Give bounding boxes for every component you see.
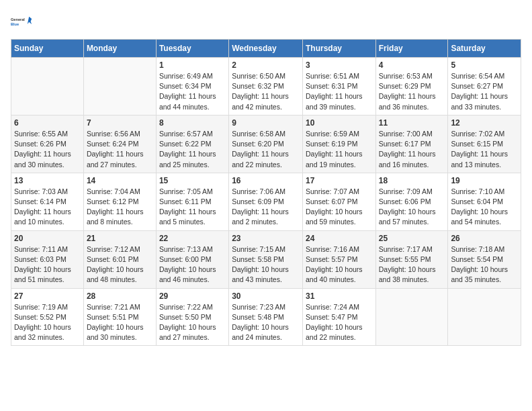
calendar-cell: 28Sunrise: 7:21 AMSunset: 5:51 PMDayligh… — [83, 288, 156, 346]
day-info: Sunrise: 7:06 AMSunset: 6:09 PMDaylight:… — [232, 187, 300, 228]
day-number: 24 — [306, 234, 373, 243]
calendar-cell: 21Sunrise: 7:12 AMSunset: 6:01 PMDayligh… — [83, 230, 156, 288]
svg-text:General: General — [11, 17, 25, 21]
day-info: Sunrise: 7:23 AMSunset: 5:48 PMDaylight:… — [232, 302, 300, 343]
calendar-cell: 2Sunrise: 6:50 AMSunset: 6:32 PMDaylight… — [229, 58, 303, 116]
calendar-cell — [375, 288, 448, 346]
calendar-cell — [11, 58, 84, 116]
calendar-cell: 12Sunrise: 7:02 AMSunset: 6:15 PMDayligh… — [448, 115, 521, 173]
day-number: 20 — [14, 234, 81, 243]
header-wednesday: Wednesday — [229, 40, 303, 58]
day-number: 31 — [306, 291, 373, 301]
calendar-cell: 8Sunrise: 6:57 AMSunset: 6:22 PMDaylight… — [156, 115, 228, 173]
calendar-header-row: SundayMondayTuesdayWednesdayThursdayFrid… — [11, 40, 521, 58]
calendar-week-row: 1Sunrise: 6:49 AMSunset: 6:34 PMDaylight… — [11, 58, 521, 116]
day-info: Sunrise: 7:00 AMSunset: 6:17 PMDaylight:… — [379, 129, 445, 170]
day-info: Sunrise: 6:50 AMSunset: 6:32 PMDaylight:… — [232, 71, 300, 112]
day-number: 4 — [379, 60, 445, 70]
day-info: Sunrise: 7:10 AMSunset: 6:04 PMDaylight:… — [451, 187, 518, 228]
day-info: Sunrise: 6:54 AMSunset: 6:27 PMDaylight:… — [451, 71, 518, 112]
day-info: Sunrise: 6:55 AMSunset: 6:26 PMDaylight:… — [14, 129, 81, 170]
day-number: 15 — [159, 176, 226, 185]
day-info: Sunrise: 7:02 AMSunset: 6:15 PMDaylight:… — [451, 129, 518, 170]
day-info: Sunrise: 7:24 AMSunset: 5:47 PMDaylight:… — [306, 302, 373, 343]
calendar-cell — [448, 288, 521, 346]
day-info: Sunrise: 6:59 AMSunset: 6:19 PMDaylight:… — [306, 129, 373, 170]
calendar-cell: 15Sunrise: 7:05 AMSunset: 6:11 PMDayligh… — [156, 173, 228, 230]
page-header: GeneralBlue — [11, 11, 521, 32]
calendar-cell: 31Sunrise: 7:24 AMSunset: 5:47 PMDayligh… — [302, 288, 375, 346]
calendar-cell: 10Sunrise: 6:59 AMSunset: 6:19 PMDayligh… — [302, 115, 375, 173]
calendar-cell: 14Sunrise: 7:04 AMSunset: 6:12 PMDayligh… — [83, 173, 156, 230]
day-number: 18 — [379, 176, 445, 185]
calendar-cell: 23Sunrise: 7:15 AMSunset: 5:58 PMDayligh… — [229, 230, 303, 288]
day-number: 8 — [159, 118, 226, 128]
calendar-week-row: 27Sunrise: 7:19 AMSunset: 5:52 PMDayligh… — [11, 288, 521, 346]
calendar-cell: 20Sunrise: 7:11 AMSunset: 6:03 PMDayligh… — [11, 230, 84, 288]
calendar-cell: 7Sunrise: 6:56 AMSunset: 6:24 PMDaylight… — [83, 115, 156, 173]
header-sunday: Sunday — [11, 40, 84, 58]
calendar-cell: 17Sunrise: 7:07 AMSunset: 6:07 PMDayligh… — [302, 173, 375, 230]
day-number: 26 — [451, 234, 518, 243]
logo: GeneralBlue — [11, 11, 32, 32]
day-number: 25 — [379, 234, 445, 243]
calendar-week-row: 13Sunrise: 7:03 AMSunset: 6:14 PMDayligh… — [11, 173, 521, 230]
svg-marker-2 — [28, 17, 32, 24]
day-number: 5 — [451, 60, 518, 70]
day-number: 28 — [87, 291, 153, 301]
calendar-cell — [83, 58, 156, 116]
day-number: 14 — [87, 176, 153, 185]
day-info: Sunrise: 6:57 AMSunset: 6:22 PMDaylight:… — [159, 129, 226, 170]
day-info: Sunrise: 7:12 AMSunset: 6:01 PMDaylight:… — [87, 244, 153, 285]
day-number: 12 — [451, 118, 518, 128]
calendar-cell: 6Sunrise: 6:55 AMSunset: 6:26 PMDaylight… — [11, 115, 84, 173]
day-number: 10 — [306, 118, 373, 128]
calendar-cell: 3Sunrise: 6:51 AMSunset: 6:31 PMDaylight… — [302, 58, 375, 116]
day-info: Sunrise: 7:22 AMSunset: 5:50 PMDaylight:… — [159, 302, 226, 343]
logo-icon: GeneralBlue — [11, 11, 32, 32]
calendar-cell: 25Sunrise: 7:17 AMSunset: 5:55 PMDayligh… — [375, 230, 448, 288]
calendar-table: SundayMondayTuesdayWednesdayThursdayFrid… — [11, 39, 521, 346]
day-number: 22 — [159, 234, 226, 243]
day-info: Sunrise: 7:15 AMSunset: 5:58 PMDaylight:… — [232, 244, 300, 285]
day-info: Sunrise: 7:19 AMSunset: 5:52 PMDaylight:… — [14, 302, 81, 343]
calendar-cell: 26Sunrise: 7:18 AMSunset: 5:54 PMDayligh… — [448, 230, 521, 288]
header-thursday: Thursday — [302, 40, 375, 58]
day-number: 17 — [306, 176, 373, 185]
calendar-cell: 30Sunrise: 7:23 AMSunset: 5:48 PMDayligh… — [229, 288, 303, 346]
day-info: Sunrise: 7:04 AMSunset: 6:12 PMDaylight:… — [87, 187, 153, 228]
header-saturday: Saturday — [448, 40, 521, 58]
day-number: 29 — [159, 291, 226, 301]
calendar-cell: 22Sunrise: 7:13 AMSunset: 6:00 PMDayligh… — [156, 230, 228, 288]
calendar-cell: 13Sunrise: 7:03 AMSunset: 6:14 PMDayligh… — [11, 173, 84, 230]
day-number: 23 — [232, 234, 300, 243]
day-info: Sunrise: 7:17 AMSunset: 5:55 PMDaylight:… — [379, 244, 445, 285]
calendar-cell: 24Sunrise: 7:16 AMSunset: 5:57 PMDayligh… — [302, 230, 375, 288]
svg-text:Blue: Blue — [11, 22, 19, 26]
day-info: Sunrise: 7:18 AMSunset: 5:54 PMDaylight:… — [451, 244, 518, 285]
calendar-cell: 5Sunrise: 6:54 AMSunset: 6:27 PMDaylight… — [448, 58, 521, 116]
header-monday: Monday — [83, 40, 156, 58]
day-number: 7 — [87, 118, 153, 128]
day-number: 13 — [14, 176, 81, 185]
day-info: Sunrise: 6:53 AMSunset: 6:29 PMDaylight:… — [379, 71, 445, 112]
calendar-week-row: 20Sunrise: 7:11 AMSunset: 6:03 PMDayligh… — [11, 230, 521, 288]
day-number: 21 — [87, 234, 153, 243]
day-number: 1 — [159, 60, 226, 70]
calendar-cell: 18Sunrise: 7:09 AMSunset: 6:06 PMDayligh… — [375, 173, 448, 230]
day-info: Sunrise: 7:09 AMSunset: 6:06 PMDaylight:… — [379, 187, 445, 228]
calendar-cell: 19Sunrise: 7:10 AMSunset: 6:04 PMDayligh… — [448, 173, 521, 230]
day-number: 2 — [232, 60, 300, 70]
header-tuesday: Tuesday — [156, 40, 228, 58]
calendar-cell: 9Sunrise: 6:58 AMSunset: 6:20 PMDaylight… — [229, 115, 303, 173]
day-number: 27 — [14, 291, 81, 301]
calendar-week-row: 6Sunrise: 6:55 AMSunset: 6:26 PMDaylight… — [11, 115, 521, 173]
day-info: Sunrise: 7:13 AMSunset: 6:00 PMDaylight:… — [159, 244, 226, 285]
day-info: Sunrise: 7:07 AMSunset: 6:07 PMDaylight:… — [306, 187, 373, 228]
day-info: Sunrise: 6:58 AMSunset: 6:20 PMDaylight:… — [232, 129, 300, 170]
day-info: Sunrise: 7:03 AMSunset: 6:14 PMDaylight:… — [14, 187, 81, 228]
day-number: 6 — [14, 118, 81, 128]
day-info: Sunrise: 6:56 AMSunset: 6:24 PMDaylight:… — [87, 129, 153, 170]
day-info: Sunrise: 6:51 AMSunset: 6:31 PMDaylight:… — [306, 71, 373, 112]
day-info: Sunrise: 7:05 AMSunset: 6:11 PMDaylight:… — [159, 187, 226, 228]
